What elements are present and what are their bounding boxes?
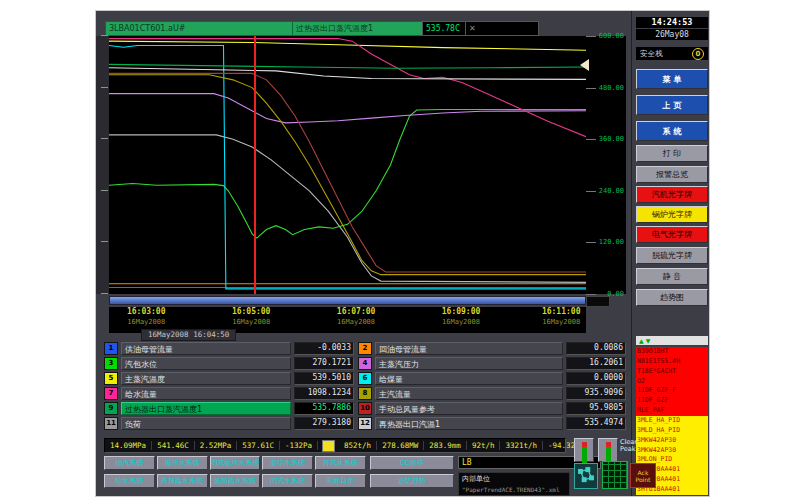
nav-button[interactable]: 闭式水系统	[262, 474, 313, 488]
status-value: 14.09MPa	[105, 441, 152, 450]
tick-date-label: 16May2008	[127, 318, 166, 326]
nav-button[interactable]: 给水系统	[104, 474, 155, 488]
safety-stack-indicator: 安全栈 0	[636, 47, 708, 60]
status-value: 278.68MW	[377, 441, 424, 450]
sidebar-button[interactable]: 汽机光字牌	[636, 186, 708, 203]
nav-button[interactable]: 抽汽系统	[104, 456, 155, 470]
legend-row[interactable]: 3汽包水位270.1721	[104, 357, 354, 370]
legend-row[interactable]: 8主汽流量935.9096	[358, 387, 626, 400]
legend-row[interactable]: 10手动总风量参考95.9805	[358, 402, 626, 415]
legend-color-swatch: 4	[358, 357, 372, 370]
alarm-item[interactable]: 1IDF_GZF	[636, 396, 708, 406]
legend-value: 95.9805	[566, 402, 626, 415]
legend-row[interactable]: 5主蒸汽温度539.5010	[104, 372, 354, 385]
sidebar-button[interactable]: 系 统	[636, 121, 708, 141]
legend-row[interactable]: 9过热器出口蒸汽温度1535.7886	[104, 402, 354, 415]
time-cursor-line[interactable]	[254, 36, 256, 294]
clear-peak-label[interactable]: Clear Peak	[620, 439, 654, 454]
nav-button[interactable]: 循环水系统	[157, 456, 208, 470]
legend-color-swatch: 11	[104, 417, 118, 430]
recall-trend-button[interactable]: 追忆趋势	[370, 474, 454, 488]
sidebar-button[interactable]: 静 音	[636, 268, 708, 285]
legend-row[interactable]: 7给水流量1098.1234	[104, 387, 354, 400]
ack-point-button[interactable]: Ack Point	[630, 463, 656, 488]
legend-row[interactable]: 6给煤量0.0000	[358, 372, 626, 385]
sidebar-button[interactable]: 报警总览	[636, 166, 708, 183]
sidebar-button[interactable]: 锅炉光字牌	[636, 206, 708, 223]
legend-value: -0.0033	[294, 342, 354, 355]
limit-indicator-2[interactable]	[598, 438, 618, 462]
alarm-list-header[interactable]: ▲ ▼	[636, 336, 708, 345]
nav-button[interactable]: 高加疏水系统	[157, 474, 208, 488]
legend-row[interactable]: 11负荷279.3180	[104, 417, 354, 430]
legend-value: 535.7886	[294, 402, 354, 415]
alarm-item[interactable]: O2	[636, 377, 708, 387]
legend-color-swatch: 12	[358, 417, 372, 430]
point-select-field[interactable]: ✕	[465, 21, 539, 36]
network-icon[interactable]	[574, 463, 598, 489]
sidebar-button[interactable]: 打 印	[636, 145, 708, 162]
left-tick-strip	[96, 36, 109, 294]
tick-date-label: 16May2008	[232, 318, 271, 326]
sidebar-button[interactable]: 上 页	[636, 95, 708, 115]
trend-line-unit-load	[109, 135, 586, 282]
info-line-1: 内部单位	[462, 474, 566, 484]
status-value: 852t/h	[339, 441, 377, 450]
legend-label: 手动总风量参考	[375, 402, 563, 415]
legend-row[interactable]: 2回油母管流量0.0086	[358, 342, 626, 355]
nav-button[interactable]: 闭式循环水系统	[210, 456, 261, 470]
cc-operation-button[interactable]: CC操作	[370, 456, 454, 470]
nav-button[interactable]: 画面目录	[315, 474, 366, 488]
legend-label: 再热器出口汽温1	[375, 417, 563, 430]
alarm-item[interactable]: T18E*GACHT	[636, 367, 708, 377]
alarm-item[interactable]: 1IDF_GZF_F	[636, 386, 708, 396]
limit-bar-icon	[582, 442, 587, 463]
value-axis-tick-label: 600.00	[586, 32, 626, 40]
alarm-item[interactable]: B39O1BHT	[636, 347, 708, 357]
trend-grid-icon[interactable]	[602, 461, 628, 489]
left-tick-mark	[101, 87, 108, 88]
legend-label: 主蒸汽温度	[121, 372, 291, 385]
sidebar-button[interactable]: 菜 单	[636, 69, 708, 89]
point-name-field[interactable]: 过热器出口蒸汽温度1	[292, 21, 424, 36]
limit-indicator-1[interactable]	[574, 438, 594, 462]
trend-line-main-steam-pressure	[109, 94, 586, 123]
nav-button[interactable]: 低加疏水系统	[210, 474, 261, 488]
sidebar-button[interactable]: 电气光字牌	[636, 226, 708, 243]
legend-row[interactable]: 4主蒸汽压力16.2061	[358, 357, 626, 370]
alarm-item[interactable]: 3MLE_HA_PID	[636, 416, 708, 426]
legend-row[interactable]: 12再热器出口汽温1535.4974	[358, 417, 626, 430]
point-tag-field[interactable]: 3LBA01CT601.aU#	[105, 21, 295, 36]
tick-time-label: 16:07:00	[337, 307, 376, 316]
sidebar-button[interactable]: 趋势图	[636, 289, 708, 306]
limit-bar-icon	[606, 442, 611, 463]
nav-button[interactable]: 凝结水系统	[262, 456, 313, 470]
status-value: 541.46C	[152, 441, 195, 450]
scrollbar-end-button[interactable]	[586, 296, 610, 307]
nav-row-1: 抽汽系统循环水系统闭式循环水系统凝结水系统开式水系统	[104, 456, 366, 470]
trend-line-main-steam-flow	[109, 75, 586, 275]
status-mode-icon[interactable]	[322, 440, 335, 452]
legend-color-swatch: 2	[358, 342, 372, 355]
legend-color-swatch: 6	[358, 372, 372, 385]
sidebar-button[interactable]: 脱硫光字牌	[636, 247, 708, 264]
legend-row[interactable]: 1供油母管流量-0.0033	[104, 342, 354, 355]
alarm-item[interactable]: N01E1TSS.#H	[636, 357, 708, 367]
nav-button[interactable]: 开式水系统	[315, 456, 366, 470]
left-tick-mark	[101, 138, 108, 139]
legend-label: 回油母管流量	[375, 342, 563, 355]
left-tick-mark	[101, 190, 108, 191]
legend-label: 主蒸汽压力	[375, 357, 563, 370]
status-value: 2.52MPa	[195, 441, 238, 450]
legend-value: 270.1721	[294, 357, 354, 370]
trend-line-coal-feed	[109, 45, 586, 288]
trend-plot-area[interactable]	[109, 36, 586, 294]
alarm-item[interactable]: MLE_PAF	[636, 406, 708, 416]
time-scrollbar[interactable]	[109, 296, 586, 305]
tick-time-label: 16:09:00	[442, 307, 481, 316]
legend-color-swatch: 8	[358, 387, 372, 400]
legend-color-swatch: 10	[358, 402, 372, 415]
time-axis-tick: 16:07:0016May2008	[337, 307, 376, 326]
alarm-item[interactable]: 3MLD_HA_PID	[636, 426, 708, 436]
trend-lines-svg	[109, 36, 586, 294]
